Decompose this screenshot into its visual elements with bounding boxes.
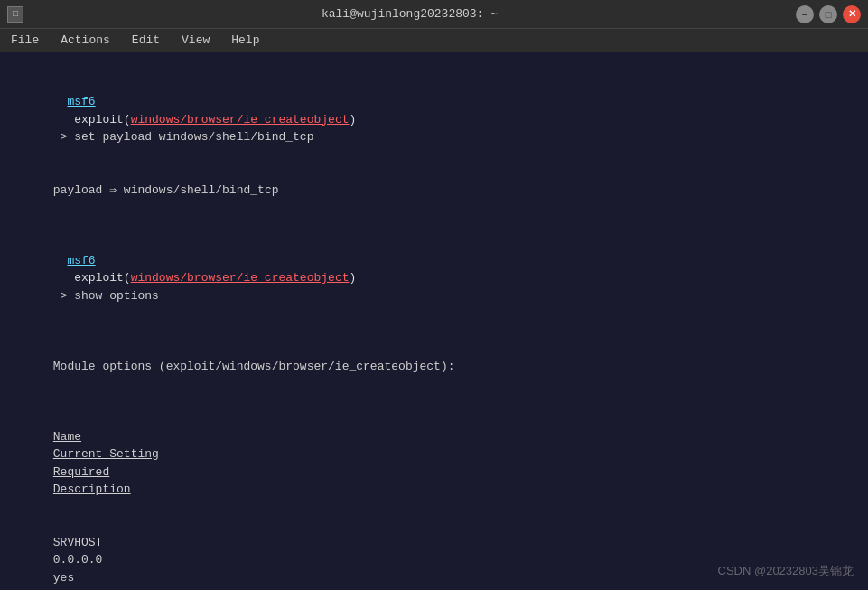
col-desc-hdr: Description <box>53 482 131 496</box>
close-button[interactable]: ✕ <box>843 5 861 23</box>
watermark: CSDN @20232803吴锦龙 <box>718 563 854 579</box>
blank-2 <box>11 393 857 411</box>
menu-edit[interactable]: Edit <box>128 32 163 49</box>
window-icon: □ <box>7 6 23 23</box>
terminal-window: □ kali@wujinlong20232803: ~ − □ ✕ File A… <box>0 0 868 590</box>
payload-result-line: payload ⇒ windows/shell/bind_tcp <box>11 164 857 217</box>
terminal-body[interactable]: msf6 exploit(windows/browser/ie_createob… <box>0 52 868 590</box>
command-line-1: msf6 exploit(windows/browser/ie_createob… <box>11 58 857 164</box>
window-controls: − □ ✕ <box>796 5 861 23</box>
minimize-button[interactable]: − <box>796 5 814 23</box>
command-line-3: msf6 exploit(windows/browser/ie_createob… <box>11 217 857 323</box>
menu-help[interactable]: Help <box>228 32 263 49</box>
title-bar: □ kali@wujinlong20232803: ~ − □ ✕ <box>0 0 868 29</box>
menu-file[interactable]: File <box>7 32 42 49</box>
msf6-label-3: msf6 <box>67 254 95 267</box>
menubar: File Actions Edit View Help <box>0 29 868 52</box>
col-required-hdr: Required <box>53 464 135 482</box>
col-name-hdr: Name <box>53 428 135 446</box>
exploit-link-3: windows/browser/ie_createobject <box>131 271 350 285</box>
menu-view[interactable]: View <box>178 32 213 49</box>
menu-actions[interactable]: Actions <box>57 32 114 49</box>
module-options-header: Module options (exploit/windows/browser/… <box>11 340 857 393</box>
table1-header-row: Name Current Setting Required Descriptio… <box>11 410 857 516</box>
maximize-button[interactable]: □ <box>819 5 837 23</box>
window-title: kali@wujinlong20232803: ~ <box>23 7 796 21</box>
exploit-link-1: windows/browser/ie_createobject <box>131 113 350 126</box>
cmd-set-payload: > set payload windows/shell/bind_tcp <box>53 130 314 144</box>
cmd-show-options: > show options <box>53 289 159 303</box>
col-current-hdr: Current Setting <box>53 445 189 464</box>
msf6-label-1: msf6 <box>67 95 95 108</box>
blank-1 <box>11 323 857 341</box>
